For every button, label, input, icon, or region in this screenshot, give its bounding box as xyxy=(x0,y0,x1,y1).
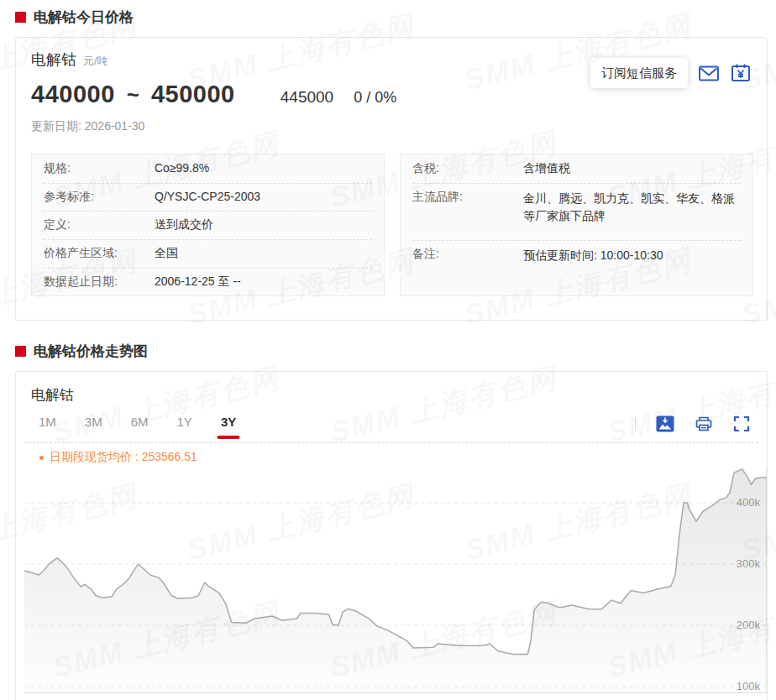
chart-legend: 日期段现货均价 : 253566.51 xyxy=(24,442,758,465)
row-label: 定义: xyxy=(44,217,155,232)
y-axis-label-300k: 300k xyxy=(737,556,760,572)
table-row: 备注: 预估更新时间: 10:00-10:30 xyxy=(401,240,752,295)
fullscreen-icon[interactable] xyxy=(733,415,750,432)
range-tabs: 1M 3M 6M 1Y 3Y xyxy=(39,415,750,439)
table-row: 定义: 送到成交价 xyxy=(32,211,384,239)
section-title: 电解钴价格走势图 xyxy=(34,342,148,361)
table-row: 规格: Co≥99.8% xyxy=(32,154,384,183)
tab-range-3y[interactable]: 3Y xyxy=(221,415,236,439)
row-label: 含税: xyxy=(412,161,523,176)
tab-range-1y[interactable]: 1Y xyxy=(177,415,192,439)
legend-dot-icon xyxy=(39,456,44,460)
price-average: 445000 xyxy=(281,88,333,107)
product-name: 电解钴 xyxy=(31,50,76,70)
row-value: 金川、腾远、凯力克、凯实、华友、格派等厂家旗下品牌 xyxy=(523,190,741,231)
y-axis-label-200k: 200k xyxy=(737,618,760,633)
price-trend-plot-area: 400k 300k 200k 100k xyxy=(24,467,767,693)
section-title: 电解钴今日价格 xyxy=(34,8,134,27)
row-value: 全国 xyxy=(155,239,178,268)
row-label: 参考标准: xyxy=(44,190,155,205)
mail-icon[interactable] xyxy=(698,63,720,83)
trend-chart-section-header: 电解钴价格走势图 xyxy=(15,341,776,361)
row-label: 价格产生区域: xyxy=(44,246,155,261)
price-high: 450000 xyxy=(151,81,235,108)
y-axis-label-100k: 100k xyxy=(737,679,760,694)
table-row: 参考标准: Q/YSJC-CP25-2003 xyxy=(32,183,384,212)
subscribe-sms-button[interactable]: 订阅短信服务 xyxy=(590,58,688,88)
chart-toolbar xyxy=(635,415,750,432)
tab-range-1m[interactable]: 1M xyxy=(39,415,56,439)
today-price-section-header: 电解钴今日价格 xyxy=(15,7,776,27)
red-square-marker-icon xyxy=(15,346,26,357)
row-value: 2006-12-25 至 -- xyxy=(155,268,241,296)
price-unit: 元/吨 xyxy=(83,54,108,69)
update-date: 更新日期: 2026-01-30 xyxy=(31,119,396,134)
row-value: Co≥99.8% xyxy=(155,154,209,183)
brand-info-table: 含税: 含增值税 主流品牌: 金川、腾远、凯力克、凯实、华友、格派等厂家旗下品牌… xyxy=(400,154,753,296)
chart-product-title: 电解钴 xyxy=(16,372,767,405)
spec-info-table: 规格: Co≥99.8% 参考标准: Q/YSJC-CP25-2003 定义: … xyxy=(31,154,385,296)
price-block: 电解钴 元/吨 440000 ~ 450000 445000 0 / 0% 更新… xyxy=(31,50,396,134)
table-row: 含税: 含增值税 xyxy=(401,154,752,183)
row-value: Q/YSJC-CP25-2003 xyxy=(155,183,260,212)
price-trend-chart xyxy=(24,467,767,693)
price-separator: ~ xyxy=(127,82,139,108)
row-value: 含增值税 xyxy=(523,154,570,183)
table-row: 价格产生区域: 全国 xyxy=(32,239,384,268)
row-label: 规格: xyxy=(44,161,155,176)
toolbar-divider xyxy=(635,417,636,431)
price-low: 440000 xyxy=(31,81,115,108)
red-square-marker-icon xyxy=(15,12,26,23)
row-value: 预估更新时间: 10:00-10:30 xyxy=(523,247,663,270)
table-row: 主流品牌: 金川、腾远、凯力克、凯实、华友、格派等厂家旗下品牌 xyxy=(401,183,752,240)
row-label: 数据起止日期: xyxy=(44,274,155,290)
price-subscription-yuan-icon[interactable] xyxy=(730,63,752,83)
legend-average-text: 日期段现货均价 : 253566.51 xyxy=(50,450,197,465)
tab-range-3m[interactable]: 3M xyxy=(85,415,102,439)
price-change: 0 / 0% xyxy=(354,89,396,107)
row-label: 主流品牌: xyxy=(412,190,523,205)
today-price-card: 电解钴 元/吨 440000 ~ 450000 445000 0 / 0% 更新… xyxy=(15,37,768,321)
download-image-icon[interactable] xyxy=(656,415,674,432)
tab-range-6m[interactable]: 6M xyxy=(131,415,149,439)
print-icon[interactable] xyxy=(695,415,713,432)
y-axis-label-400k: 400k xyxy=(737,495,760,510)
row-label: 备注: xyxy=(412,247,523,262)
table-row: 数据起止日期: 2006-12-25 至 -- xyxy=(32,268,384,296)
trend-chart-card: 电解钴 1M 3M 6M 1Y 3Y xyxy=(15,371,768,700)
row-value: 送到成交价 xyxy=(155,211,213,239)
